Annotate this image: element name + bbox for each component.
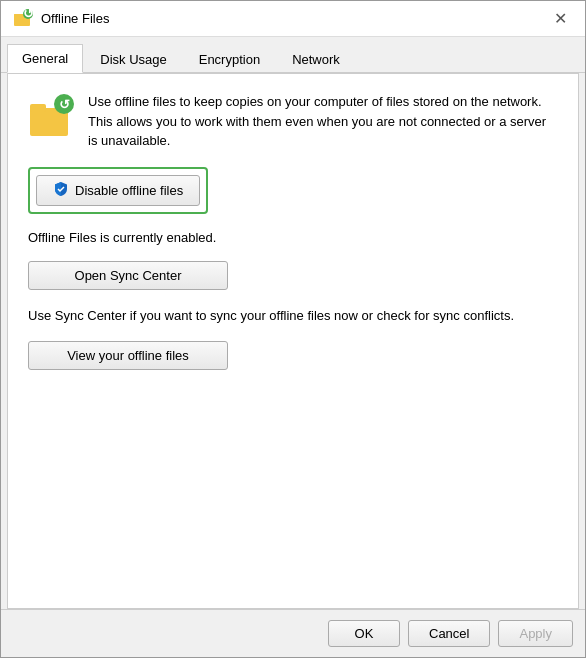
content-area: ↺ Use offline files to keep copies on yo… (7, 73, 579, 609)
svg-text:↺: ↺ (23, 9, 34, 21)
tab-disk-usage[interactable]: Disk Usage (85, 44, 181, 73)
sync-center-section: Open Sync Center (28, 261, 558, 290)
svg-rect-1 (14, 14, 21, 18)
info-row: ↺ Use offline files to keep copies on yo… (28, 92, 558, 151)
info-description: Use offline files to keep copies on your… (88, 92, 558, 151)
cancel-button[interactable]: Cancel (408, 620, 490, 647)
status-text: Offline Files is currently enabled. (28, 230, 558, 245)
open-sync-center-button[interactable]: Open Sync Center (28, 261, 228, 290)
svg-text:↺: ↺ (59, 97, 70, 112)
disable-button-container: Disable offline files (28, 167, 558, 214)
footer: OK Cancel Apply (1, 609, 585, 657)
disable-button-highlight: Disable offline files (28, 167, 208, 214)
tab-bar: General Disk Usage Encryption Network (1, 37, 585, 73)
svg-rect-5 (30, 104, 46, 112)
ok-button[interactable]: OK (328, 620, 400, 647)
title-bar: ↺ Offline Files ✕ (1, 1, 585, 37)
view-files-section: View your offline files (28, 341, 558, 370)
apply-button[interactable]: Apply (498, 620, 573, 647)
title-icon: ↺ (13, 9, 33, 29)
tab-general[interactable]: General (7, 44, 83, 73)
tab-encryption[interactable]: Encryption (184, 44, 275, 73)
window-title: Offline Files (41, 11, 109, 26)
sync-description: Use Sync Center if you want to sync your… (28, 306, 558, 326)
tab-network[interactable]: Network (277, 44, 355, 73)
folder-sync-icon: ↺ (28, 92, 76, 140)
view-offline-files-button[interactable]: View your offline files (28, 341, 228, 370)
close-button[interactable]: ✕ (547, 6, 573, 32)
disable-offline-files-button[interactable]: Disable offline files (36, 175, 200, 206)
title-bar-left: ↺ Offline Files (13, 9, 109, 29)
shield-icon (53, 181, 69, 200)
offline-files-dialog: ↺ Offline Files ✕ General Disk Usage Enc… (0, 0, 586, 658)
disable-button-label: Disable offline files (75, 183, 183, 198)
